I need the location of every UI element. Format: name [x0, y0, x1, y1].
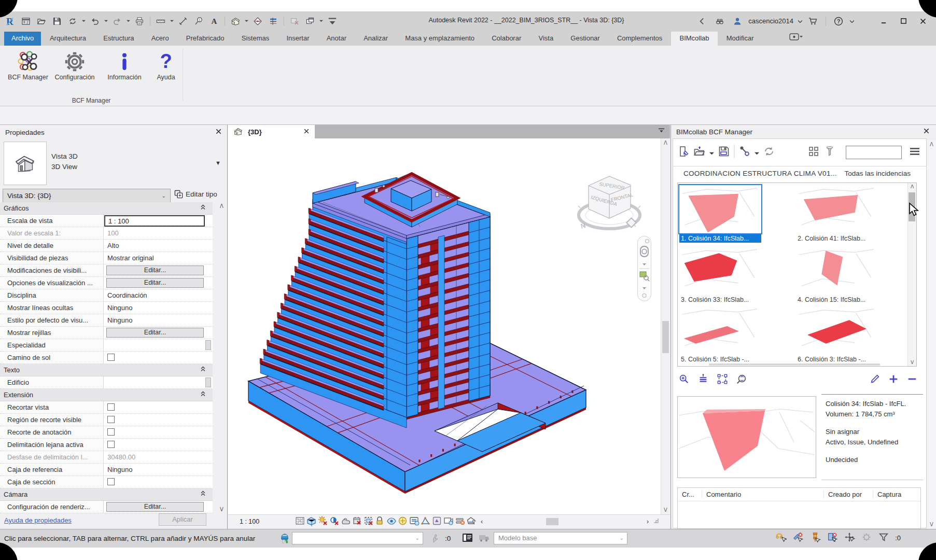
viewcube[interactable]: NSUPERIORIZQUIERDAFRONTAL — [575, 172, 644, 235]
ribbon-tab-colaborar[interactable]: Colaborar — [483, 32, 530, 46]
viewport-hscrollbar[interactable] — [488, 517, 644, 526]
issue-caption[interactable]: 3. Colisión 33: IfcSlab... — [679, 296, 761, 304]
issue-item[interactable]: 5. Colisión 5: IfcSlab -... — [679, 306, 761, 363]
filter-funnel-icon[interactable] — [878, 531, 889, 544]
shadows-icon[interactable] — [329, 515, 340, 528]
crop-view-icon[interactable] — [352, 515, 362, 528]
bcf-project-title[interactable]: COORDINACION ESTRUCTURA CLIMA V01... — [683, 170, 837, 177]
save-icon[interactable] — [50, 15, 64, 27]
scroll-up-icon[interactable]: ᐱ — [661, 140, 670, 146]
property-value[interactable]: Coordinación — [104, 289, 205, 301]
issue-item[interactable]: 1. Colisión 34: IfcSlab... — [679, 185, 761, 243]
issue-item[interactable]: 4. Colisión 15: IfcSlab... — [796, 246, 878, 304]
drag-elements-icon[interactable] — [792, 531, 804, 544]
pin-icon[interactable] — [809, 531, 821, 544]
viewport-vscrollbar[interactable]: ᐱ ᐯ — [661, 138, 670, 514]
vscroll-thumb[interactable] — [662, 321, 669, 353]
property-checkbox[interactable] — [107, 354, 115, 361]
add-plus-icon[interactable] — [888, 373, 899, 387]
user-icon[interactable] — [731, 15, 744, 27]
issue-caption[interactable]: 5. Colisión 5: IfcSlab -... — [679, 355, 761, 363]
ui-window-icon[interactable] — [19, 15, 33, 27]
ribbon-tab-bimcollab[interactable]: BIMcollab — [671, 32, 718, 46]
browse-button[interactable] — [205, 340, 211, 350]
issue-thumbnail[interactable] — [796, 185, 878, 233]
hamburger-icon[interactable] — [909, 145, 921, 160]
filter-bulb-icon[interactable] — [823, 145, 836, 160]
issue-item[interactable]: 3. Colisión 33: IfcSlab... — [679, 246, 761, 304]
comments-col-3[interactable]: Captura — [873, 491, 916, 498]
property-value[interactable]: 30480.00 — [104, 451, 205, 463]
ribbon-tab-prefabricado[interactable]: Prefabricado — [177, 32, 233, 46]
issue-thumbnail[interactable] — [679, 306, 761, 354]
close-button[interactable] — [915, 15, 931, 28]
dropdown-caret-icon[interactable] — [81, 15, 86, 27]
crop-visible-icon[interactable] — [363, 515, 374, 528]
scroll-down-icon[interactable]: ᐯ — [661, 507, 670, 513]
pan-search-icon[interactable] — [736, 373, 747, 387]
scroll-up-icon[interactable]: ᐱ — [927, 142, 936, 147]
tabbar-collapse-icon[interactable] — [658, 128, 665, 135]
bcf-search-input[interactable] — [846, 146, 902, 159]
issue-thumbnail[interactable] — [796, 246, 878, 295]
viewport-3d[interactable]: NSUPERIORIZQUIERDAFRONTAL — [228, 138, 661, 514]
user-name[interactable]: cascencio2014 — [748, 17, 793, 25]
press-drag-icon[interactable] — [429, 533, 441, 545]
worker-icon[interactable] — [278, 532, 291, 546]
scroll-down-icon[interactable]: ᐯ — [908, 360, 916, 365]
property-value[interactable]: 100 — [104, 227, 205, 239]
scroll-up-icon[interactable]: ᐱ — [217, 203, 226, 209]
move-cursor-icon[interactable] — [844, 531, 855, 544]
browse-button[interactable] — [205, 377, 211, 387]
issue-hscroll[interactable] — [709, 363, 880, 366]
open-bcf-icon[interactable] — [693, 145, 706, 160]
section-collapse-icon[interactable] — [201, 204, 205, 211]
revit-logo-icon[interactable]: R — [4, 15, 17, 27]
remove-minus-icon[interactable] — [906, 373, 918, 387]
ribbon-tab-archivo[interactable]: Archivo — [4, 32, 41, 46]
section-collapse-icon[interactable] — [201, 366, 205, 373]
edit-button[interactable]: Editar... — [106, 265, 204, 275]
user-caret-icon[interactable] — [798, 15, 802, 27]
worksets-icon[interactable] — [462, 532, 473, 545]
dropdown-caret-icon[interactable] — [755, 148, 759, 157]
property-checkbox[interactable] — [107, 441, 115, 448]
bcf-panel-scrollbar[interactable]: ᐱ ᐯ — [927, 141, 936, 528]
issue-thumbnail[interactable] — [796, 306, 878, 354]
section-collapse-icon[interactable] — [201, 491, 205, 497]
issue-thumbnail[interactable] — [679, 185, 761, 233]
render-icon[interactable] — [340, 515, 351, 528]
ribbon-tab-complementos[interactable]: Complementos — [608, 32, 671, 46]
ribbon-tab-masa-y-emplazamiento[interactable]: Masa y emplazamiento — [397, 32, 483, 46]
edit-button[interactable]: Editar... — [106, 502, 204, 512]
issue-item[interactable]: 6. Colisión 3: IfcSlab -... — [796, 306, 878, 363]
modify-panel-icon[interactable] — [789, 33, 803, 43]
undo-icon[interactable] — [88, 15, 102, 27]
scroll-left-icon[interactable]: ‹ — [481, 518, 483, 525]
issue-caption[interactable]: 6. Colisión 3: IfcSlab -... — [796, 355, 878, 363]
property-value[interactable]: Alto — [104, 240, 205, 251]
properties-scrollbar[interactable]: ᐱ ᐯ — [217, 202, 226, 513]
marquee-icon[interactable] — [717, 373, 728, 387]
exclude-options-icon[interactable] — [827, 531, 838, 544]
edit-button[interactable]: Editar... — [106, 328, 204, 338]
property-checkbox[interactable] — [107, 428, 115, 436]
issue-caption[interactable]: 1. Colisión 34: IfcSlab... — [679, 234, 761, 243]
crop-region-icon[interactable] — [295, 515, 305, 528]
design-option-combo[interactable]: ⌄ — [292, 532, 423, 544]
scroll-right-icon[interactable]: › — [647, 518, 649, 525]
help-icon[interactable]: ? — [832, 15, 845, 27]
view-filter-icon[interactable] — [466, 515, 477, 528]
dropdown-caret-icon[interactable] — [104, 15, 108, 27]
scroll-down-icon[interactable]: ᐯ — [217, 507, 226, 512]
minimize-button[interactable] — [876, 15, 891, 28]
ribbon-button-ayuda[interactable]: ?Ayuda — [143, 50, 189, 81]
property-value[interactable]: Mostrar original — [104, 252, 205, 264]
back-arrow-icon[interactable] — [695, 15, 709, 27]
properties-close-icon[interactable] — [215, 128, 222, 136]
property-checkbox[interactable] — [107, 416, 115, 423]
comments-col-2[interactable]: Creado por — [823, 491, 873, 498]
cart-icon[interactable] — [806, 15, 820, 27]
zoom-issue-icon[interactable] — [678, 373, 690, 387]
unlocked-view-icon[interactable] — [374, 515, 385, 528]
